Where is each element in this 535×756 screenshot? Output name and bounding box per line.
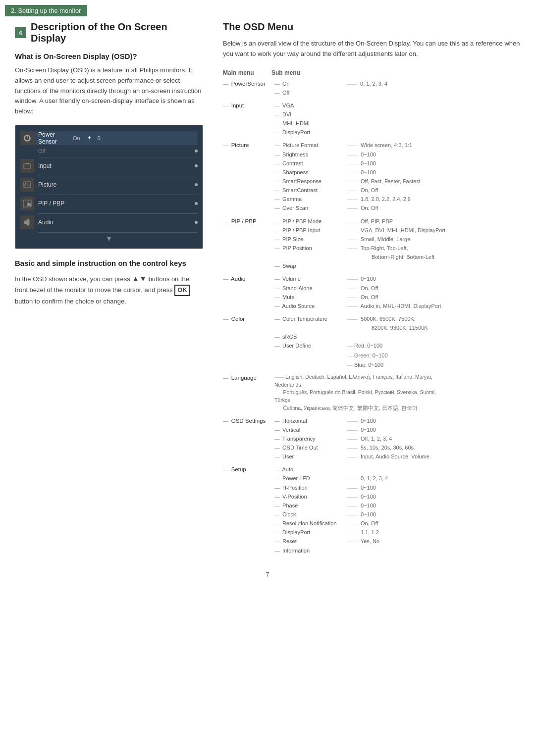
sub-user-define: — User Define <box>268 341 344 350</box>
svg-rect-2 <box>24 164 31 169</box>
svg-rect-7 <box>27 203 31 206</box>
what-is-osd-title: What is On-Screen Display (OSD)? <box>15 52 203 60</box>
what-is-osd-body: On-Screen Display (OSD) is a feature in … <box>15 65 203 117</box>
svg-rect-9 <box>24 221 26 224</box>
sub-item-dvi: — DVI <box>268 110 291 119</box>
control-keys-body: In the OSD shown above, you can press ▲▼… <box>15 272 203 307</box>
osd-row-audio: Audio <box>20 215 198 229</box>
sub-pip-input: — PIP / PBP Input <box>268 226 344 235</box>
val-vertical: —— 0~100 <box>344 425 376 434</box>
sub-v-position: — V-Position <box>268 492 344 501</box>
sub-mute: — Mute <box>268 293 344 302</box>
sub-item-vga: — VGA <box>268 101 294 110</box>
val-reset: —— Yes, No <box>344 537 379 546</box>
val-audio-source: —— Audio in, MHL-HDMI, DisplayPort <box>344 302 441 310</box>
input-label: Input <box>38 162 73 169</box>
osd-menu-tree: — PowerSensor — On —— 0, 1, 2, 3, 4 — Of… <box>223 79 520 555</box>
val-gamma: —— 1.8, 2.0, 2.2, 2.4, 2.6 <box>344 195 411 203</box>
left-column: 4 Description of the On Screen Display W… <box>15 21 203 556</box>
page-number: 7 <box>0 561 535 583</box>
sub-h-position: — H-Position <box>268 483 344 492</box>
sub-pip-mode: — PIP / PBP Mode <box>268 217 344 226</box>
pip-icon: p <box>20 197 34 210</box>
val-contrast: —— 0~100 <box>344 159 376 168</box>
val-user: —— Input, Audio Source, Volume <box>344 452 429 461</box>
osd-mockup: Power Sensor On ✦ 0 Off <box>15 125 203 249</box>
menu-header-main: Main menu <box>223 69 268 76</box>
section-heading: 4 Description of the On Screen Display <box>15 21 203 44</box>
val-pip-size: —— Small, Middle, Large <box>344 235 410 244</box>
main-item-osd-settings: — OSD Settings <box>223 416 268 461</box>
sub-osd-timeout: — OSD Time Out <box>268 443 344 452</box>
sub-displayport-setup: — DisplayPort <box>268 528 344 537</box>
svg-rect-3 <box>26 163 29 164</box>
audio-label: Audio <box>38 219 73 226</box>
sub-audio-source: — Audio Source <box>268 302 344 310</box>
main-item-color: — Color <box>223 314 268 369</box>
main-item-input: — Input <box>223 101 268 137</box>
svg-rect-4 <box>24 182 31 188</box>
sub-gamma: — Gamma <box>268 195 344 203</box>
sub-pip-position: — PIP Position <box>268 244 344 252</box>
menu-group-osd-settings: — OSD Settings — Horizontal —— 0~100 — V… <box>223 416 520 461</box>
section-number: 4 <box>15 27 26 38</box>
sub-item-mhl-hdmi: — MHL-HDMI <box>268 119 310 128</box>
sub-auto: — Auto <box>268 465 344 474</box>
sub-sharpness: — Sharpness <box>268 168 344 177</box>
osd-row-input: Input <box>20 159 198 173</box>
power-sensor-label: Power Sensor <box>38 131 73 145</box>
val-pip-input: —— VGA, DVI, MHL-HDMI, DisplayPort <box>344 226 445 235</box>
menu-group-audio: — Audio — Volume —— 0~100 — Stand-Alone … <box>223 274 520 310</box>
picture-icon <box>20 178 34 192</box>
menu-group-powersensor: — PowerSensor — On —— 0, 1, 2, 3, 4 — Of… <box>223 79 520 97</box>
control-keys-title: Basic and simple instruction on the cont… <box>15 259 203 267</box>
sub-overscan: — Over Scan <box>268 203 344 212</box>
osd-row-pip: p PIP / PBP <box>20 197 198 210</box>
osd-row-power: Power Sensor On ✦ 0 <box>20 131 198 145</box>
sub-swap: — Swap <box>268 261 344 270</box>
sub-resolution-notify: — Resolution Notification <box>268 519 344 528</box>
val-horizontal: —— 0~100 <box>344 416 376 425</box>
val-pip-position: —— Top-Right, Top-Left, Bottom-Right, Bo… <box>344 244 434 261</box>
val-v-position: —— 0~100 <box>344 492 376 501</box>
sub-volume: — Volume <box>268 274 344 283</box>
sub-vertical: — Vertical <box>268 425 344 434</box>
sub-standalone: — Stand-Alone <box>268 284 344 293</box>
sub-pip-size: — PIP Size <box>268 235 344 244</box>
sub-smartcontrast: — SmartContrast <box>268 186 344 195</box>
val-clock: —— 0~100 <box>344 510 376 519</box>
sub-color-temp: — Color Temperature <box>268 314 344 323</box>
val-overscan: —— On, Off <box>344 203 378 212</box>
main-item-setup: — Setup <box>223 465 268 554</box>
breadcrumb: 2. Setting up the monitor <box>5 5 87 16</box>
menu-group-input: — Input — VGA — DVI — MHL-HDMI — Display… <box>223 101 520 137</box>
sub-clock: — Clock <box>268 510 344 519</box>
val-power-led: —— 0, 1, 2, 3, 4 <box>344 474 388 483</box>
val-language: —— English, Deutsch, Español, Ελληνική, … <box>274 373 443 412</box>
val-pip-mode: —— Off, PIP, PBP <box>344 217 393 226</box>
menu-group-color: — Color — Color Temperature —— 5000K, 65… <box>223 314 520 369</box>
main-item-audio: — Audio <box>223 274 268 310</box>
menu-group-language: — Language —— English, Deutsch, Español,… <box>223 373 520 412</box>
val-on: —— 0, 1, 2, 3, 4 <box>347 79 387 88</box>
power-sensor-icon <box>20 131 34 145</box>
val-standalone: —— On, Off <box>344 284 378 293</box>
val-mute: —— On, Off <box>344 293 378 302</box>
menu-group-pip: — PIP / PBP — PIP / PBP Mode —— Off, PIP… <box>223 217 520 271</box>
pip-label: PIP / PBP <box>38 200 73 207</box>
section-title: Description of the On Screen Display <box>31 21 203 44</box>
osd-scroll-arrow: ▼ <box>20 235 198 243</box>
val-osd-timeout: —— 5s, 10s, 20s, 30s, 60s <box>344 443 414 452</box>
picture-label: Picture <box>38 181 73 188</box>
sub-brightness: — Brightness <box>268 150 344 159</box>
val-user-define: — Red: 0~100 — Green: 0~100 — Blue: 0~10… <box>344 341 388 369</box>
main-item-powersensor: — PowerSensor <box>223 79 268 97</box>
val-sharpness: —— 0~100 <box>344 168 376 177</box>
sub-item-on: — On <box>268 79 347 88</box>
main-item-pip: — PIP / PBP <box>223 217 268 271</box>
val-color-temp: —— 5000K, 6500K, 7500K, 8200K, 9300K, 11… <box>344 314 428 332</box>
main-item-picture: — Picture <box>223 141 268 212</box>
sub-information: — Information <box>268 546 344 555</box>
val-displayport-setup: —— 1.1, 1.2 <box>344 528 379 537</box>
sub-contrast: — Contrast <box>268 159 344 168</box>
